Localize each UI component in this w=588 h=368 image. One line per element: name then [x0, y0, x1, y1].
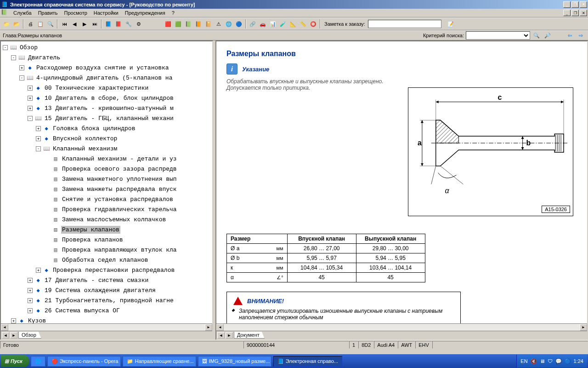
tb-b5[interactable]: 📐: [288, 19, 298, 29]
tb-10[interactable]: 📘: [104, 19, 113, 29]
tree-toggle[interactable]: -: [36, 146, 41, 151]
tree-node[interactable]: +◆Впускной коллектор: [2, 133, 211, 144]
tree-toggle[interactable]: +: [36, 126, 41, 131]
tree-label[interactable]: Размеры клапанов: [61, 226, 120, 234]
tree-label[interactable]: Клапанный механизм: [52, 145, 118, 153]
tb-order-submit[interactable]: 📝: [446, 19, 455, 29]
nav-fwd-btn[interactable]: ⇨: [576, 31, 585, 40]
tree-node[interactable]: -📖4-цилиндровый двигатель (5-клапанов на: [2, 73, 211, 83]
tree-label[interactable]: Проверка гидравлических тарельча: [61, 206, 178, 213]
taskbar-item[interactable]: 🖼IMG_9328_новый разме...: [198, 356, 271, 367]
tree-label[interactable]: 10 Двигатель в сборе, блок цилиндров: [44, 94, 175, 102]
menu-?[interactable]: ?: [169, 9, 178, 17]
tree-label[interactable]: Кузов: [27, 317, 47, 324]
tree-node[interactable]: ▤Проверка гидравлических тарельча: [2, 204, 211, 214]
tree-node[interactable]: +◆Проверка перестановки распредвалов: [2, 265, 211, 275]
lang-indicator[interactable]: EN: [520, 358, 527, 364]
tree-node[interactable]: +◆17 Двигатель - система смазки: [2, 275, 211, 285]
tree-label[interactable]: 13 Двигатель - кривошипно-шатунный м: [44, 104, 175, 112]
tree-node[interactable]: +◆26 Система выпуска ОГ: [2, 305, 211, 316]
tb-a7[interactable]: 🌐: [224, 19, 233, 29]
tb-13[interactable]: ⚙: [134, 19, 143, 29]
tray-icon-4[interactable]: 💬: [555, 358, 562, 364]
tree-node[interactable]: +◆Расходомер воздуха снятие и установка: [2, 63, 211, 73]
tree-node[interactable]: +◆00 Технические характеристики: [2, 83, 211, 93]
tree-toggle[interactable]: +: [28, 308, 33, 313]
left-tab-overview[interactable]: Обзор: [18, 332, 41, 339]
tree-toggle[interactable]: +: [28, 96, 33, 101]
tree-label[interactable]: Проверка направляющих втулок кла: [61, 246, 178, 254]
tb-b6[interactable]: 📏: [299, 19, 308, 29]
tree-label[interactable]: Замена маслосъемных колпачков: [61, 216, 167, 224]
taskbar-item[interactable]: 🔴Экспресс-панель - Opera: [47, 356, 121, 367]
tree-node[interactable]: ▤Проверка осевого зазора распредв: [2, 164, 211, 174]
tree-label[interactable]: 26 Система выпуска ОГ: [44, 307, 121, 315]
tree-label[interactable]: 4-цилиндровый двигатель (5-клапанов на: [35, 74, 173, 82]
right-hscroll[interactable]: ◄►: [216, 323, 587, 331]
tree-toggle[interactable]: -: [28, 116, 33, 121]
tree-label[interactable]: Обработка седел клапанов: [61, 256, 149, 264]
tree-toggle[interactable]: -: [11, 55, 16, 60]
tb-2[interactable]: 📂: [12, 19, 21, 29]
tree-node[interactable]: -📖Клапанный механизм: [2, 144, 211, 154]
menu-настройки[interactable]: Настройки: [90, 9, 122, 17]
tb-b4[interactable]: 🧪: [278, 19, 288, 29]
tray-icon-3[interactable]: 🛡: [548, 358, 553, 364]
menu-служба[interactable]: Служба: [10, 9, 35, 17]
tree-node[interactable]: ▤Проверка направляющих втулок кла: [2, 245, 211, 255]
tree-toggle[interactable]: +: [28, 106, 33, 111]
tree-node[interactable]: +◆21 Турбонагнетатель, приводной нагне: [2, 295, 211, 305]
tree-node[interactable]: -📖15 Двигатель - ГБЦ, клапанный механи: [2, 113, 211, 123]
right-tab-next[interactable]: ►: [226, 332, 233, 339]
search-criteria-input[interactable]: [466, 31, 530, 40]
tb-prev[interactable]: ◀: [70, 19, 79, 29]
quicklaunch-ie[interactable]: 🌐: [31, 356, 45, 367]
tb-b3[interactable]: 📊: [268, 19, 277, 29]
tb-a6[interactable]: ⚠: [214, 19, 223, 29]
nav-back-btn[interactable]: ⇦: [565, 31, 574, 40]
mdi-maximize-button[interactable]: ❐: [571, 10, 579, 16]
tb-first[interactable]: ⏮: [60, 19, 69, 29]
tb-b1[interactable]: 🔗: [248, 19, 257, 29]
search-prev-btn[interactable]: 🔍: [532, 31, 541, 40]
tree-label[interactable]: Впускной коллектор: [52, 135, 118, 143]
tree-label[interactable]: 17 Двигатель - система смазки: [44, 276, 149, 284]
tb-4[interactable]: 📋: [36, 19, 45, 29]
tree-toggle[interactable]: +: [36, 136, 41, 141]
right-tab-document[interactable]: Документ: [234, 332, 265, 339]
tree-node[interactable]: +◆13 Двигатель - кривошипно-шатунный м: [2, 103, 211, 113]
tree-node[interactable]: +◆Кузов: [2, 316, 211, 323]
tb-a3[interactable]: 📗: [184, 19, 193, 29]
tree-node[interactable]: -📖Обзор: [2, 42, 211, 52]
menu-править[interactable]: Править: [35, 9, 61, 17]
left-hscroll[interactable]: ◄►: [1, 323, 212, 331]
tree-label[interactable]: 00 Технические характеристики: [44, 84, 149, 92]
tree-toggle[interactable]: -: [19, 75, 24, 80]
tb-next[interactable]: ▶: [80, 19, 89, 29]
right-tab-prev[interactable]: ◄: [217, 332, 225, 339]
tree-label[interactable]: Замена манжеты распредвала впуск: [61, 185, 178, 193]
tree-toggle[interactable]: -: [3, 45, 8, 50]
tree-label[interactable]: Замена манжетного уплотнения вып: [61, 175, 178, 183]
close-button[interactable]: ✕: [580, 1, 587, 8]
tree-label[interactable]: 21 Турбонагнетатель, приводной нагне: [44, 297, 175, 305]
tb-last[interactable]: ⏭: [90, 19, 99, 29]
tree-node[interactable]: +◆Головка блока цилиндров: [2, 123, 211, 133]
tree-node[interactable]: -📖Двигатель: [2, 52, 211, 63]
tb-a2[interactable]: 🟩: [174, 19, 183, 29]
tree-toggle[interactable]: +: [28, 278, 33, 283]
tree-toggle[interactable]: +: [36, 268, 41, 273]
tb-b7[interactable]: ⭕: [309, 19, 318, 29]
tb-11[interactable]: 📕: [114, 19, 123, 29]
tray-icon-2[interactable]: 🖥: [540, 358, 545, 364]
tray-clock[interactable]: 1:24: [574, 358, 583, 364]
tree-node[interactable]: ▤Проверка клапанов: [2, 235, 211, 245]
taskbar-item[interactable]: 📁Направляющие сравне...: [123, 356, 196, 367]
tree-node[interactable]: ▤Замена манжетного уплотнения вып: [2, 174, 211, 184]
tray-icon-1[interactable]: 🔇: [531, 358, 537, 364]
tree-node[interactable]: ▤Замена маслосъемных колпачков: [2, 214, 211, 224]
tb-a4[interactable]: 📙: [194, 19, 203, 29]
minimize-button[interactable]: _: [563, 1, 571, 8]
tree-node[interactable]: ▤Размеры клапанов: [2, 224, 211, 235]
tree-label[interactable]: Проверка перестановки распредвалов: [52, 266, 175, 274]
